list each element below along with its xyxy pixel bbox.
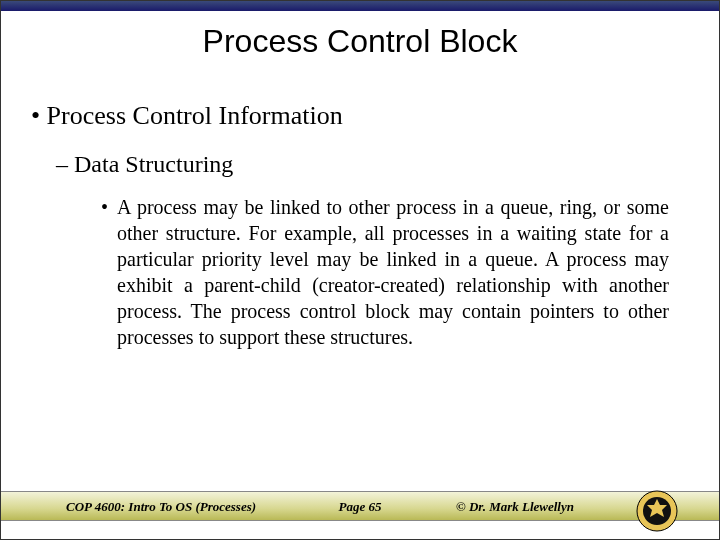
- top-color-band: [1, 1, 719, 11]
- bullet-text: Process Control Information: [47, 101, 343, 130]
- bullet-marker: •: [31, 101, 40, 130]
- footer-author: © Dr. Mark Llewellyn: [456, 499, 574, 515]
- bullet-text: A process may be linked to other process…: [117, 194, 669, 350]
- bullet-marker: •: [101, 194, 117, 350]
- footer-page: Page 65: [1, 499, 719, 515]
- bullet-level-1: • Process Control Information: [31, 101, 689, 131]
- slide-title: Process Control Block: [1, 23, 719, 60]
- slide-content: • Process Control Information – Data Str…: [31, 101, 689, 350]
- bullet-level-3: • A process may be linked to other proce…: [101, 194, 669, 350]
- bullet-text: Data Structuring: [74, 151, 233, 177]
- bullet-level-2: – Data Structuring: [56, 151, 689, 178]
- bullet-marker: –: [56, 151, 68, 177]
- ucf-logo-icon: [635, 489, 679, 533]
